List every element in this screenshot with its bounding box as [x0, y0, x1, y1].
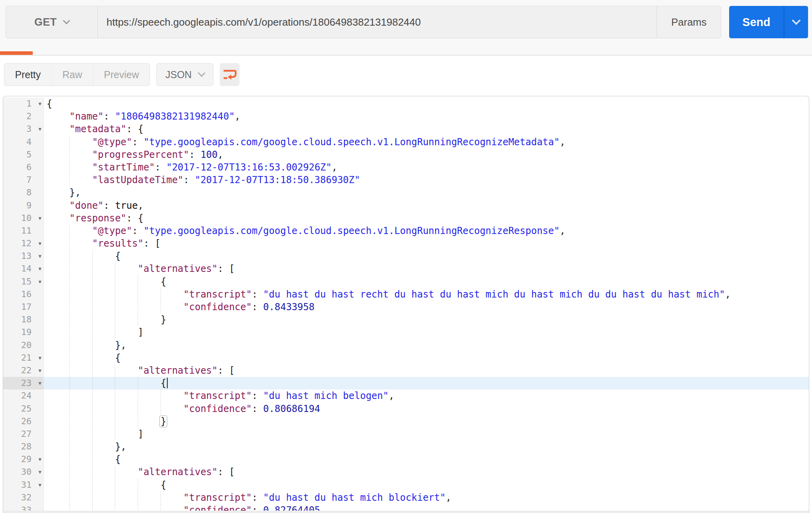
fold-toggle-icon[interactable]: ▾ [38, 364, 41, 377]
code-line-content[interactable]: }, [44, 339, 809, 352]
indent-guide [69, 174, 70, 186]
code-line-content[interactable]: "lastUpdateTime": "2017-12-07T13:18:50.3… [44, 174, 809, 186]
line-number: 9 [3, 199, 44, 212]
fold-toggle-icon[interactable]: ▾ [38, 352, 41, 364]
code-line: 1▾{ [3, 97, 809, 110]
code-line-content[interactable]: "done": true, [44, 199, 809, 212]
code-line-content[interactable]: "results": [ [44, 237, 809, 250]
json-token: , [218, 149, 223, 160]
code-line-content[interactable]: ] [44, 326, 809, 339]
line-number: 10▾ [3, 212, 44, 225]
fold-toggle-icon[interactable]: ▾ [38, 97, 41, 110]
indent-guide [92, 491, 93, 504]
format-label: JSON [165, 69, 192, 81]
json-token: } [159, 416, 167, 427]
tab-preview[interactable]: Preview [93, 64, 150, 86]
indent-guide [69, 364, 70, 377]
code-line-content[interactable]: "progressPercent": 100, [44, 148, 809, 161]
indent-guide [92, 389, 93, 402]
code-line-content[interactable]: "confidence": 0.80686194 [44, 403, 809, 415]
indent-guide [138, 288, 138, 301]
json-token: "results" [92, 238, 144, 249]
params-button[interactable]: Params [657, 6, 721, 38]
code-line-content[interactable]: { [44, 377, 809, 389]
code-line: 26} [3, 415, 809, 428]
send-label[interactable]: Send [729, 6, 784, 38]
json-token: }, [69, 187, 81, 198]
indent-guide [92, 301, 93, 313]
horizontal-scrollbar[interactable] [3, 511, 809, 513]
code-line-content[interactable]: "@type": "type.googleapis.com/google.clo… [44, 225, 809, 237]
chevron-down-icon [198, 69, 206, 77]
json-token: : [ [217, 466, 234, 477]
fold-toggle-icon[interactable]: ▾ [38, 466, 41, 478]
code-line-content[interactable]: }, [44, 186, 809, 199]
indent-guide [92, 479, 93, 491]
indent-guide [69, 389, 70, 402]
code-line-content[interactable]: "alternatives": [ [44, 364, 809, 377]
code-line-content[interactable]: "startTime": "2017-12-07T13:16:53.002926… [44, 161, 809, 174]
method-dropdown[interactable]: GET [6, 6, 98, 38]
fold-toggle-icon[interactable]: ▾ [38, 275, 41, 288]
code-line-content[interactable]: "metadata": { [44, 123, 809, 135]
code-line-content[interactable]: "transcript": "du hast du hast recht du … [44, 288, 809, 301]
wrap-text-button[interactable] [220, 63, 239, 86]
code-line-content[interactable]: { [44, 250, 809, 262]
line-number: 3▾ [3, 123, 44, 135]
indent-guide [92, 262, 93, 275]
fold-toggle-icon[interactable]: ▾ [38, 250, 41, 262]
code-line-content[interactable]: { [44, 352, 809, 364]
line-number: 22▾ [3, 364, 44, 377]
indent-guide [161, 403, 161, 415]
json-token: { [161, 479, 166, 491]
fold-toggle-icon[interactable]: ▾ [38, 212, 41, 225]
fold-toggle-icon[interactable]: ▾ [38, 453, 41, 466]
code-line: 18} [3, 313, 809, 326]
code-line-content[interactable]: { [44, 479, 809, 491]
code-line-content[interactable]: "alternatives": [ [44, 466, 809, 478]
code-line-content[interactable]: "confidence": 0.8433958 [44, 301, 809, 313]
indent-guide [115, 415, 115, 428]
line-number: 7 [3, 174, 44, 186]
code-line-content[interactable]: "name": "1806498382131982440", [44, 110, 809, 123]
tab-raw[interactable]: Raw [51, 64, 93, 86]
line-number: 31▾ [3, 479, 44, 491]
code-line: 13▾{ [3, 250, 809, 262]
line-number: 32 [3, 491, 44, 504]
json-token: : [ [217, 263, 234, 274]
code-line-content[interactable]: "response": { [44, 212, 809, 225]
code-line-content[interactable]: "transcript": "du hast mich belogen", [44, 389, 809, 402]
json-token: : { [126, 213, 143, 224]
code-line-content[interactable]: "transcript": "du hast du hast mich bloc… [44, 491, 809, 504]
code-line-content[interactable]: ] [44, 428, 809, 440]
code-line-content[interactable]: { [44, 97, 809, 110]
code-line: 16"transcript": "du hast du hast recht d… [3, 288, 809, 301]
code-line-content[interactable]: }, [44, 440, 809, 453]
json-token: "du hast du hast recht du hast du hast m… [263, 289, 725, 300]
code-line-content[interactable]: "@type": "type.googleapis.com/google.clo… [44, 136, 809, 148]
fold-toggle-icon[interactable]: ▾ [38, 237, 41, 250]
json-token: 0.8433958 [263, 301, 314, 313]
format-dropdown[interactable]: JSON [156, 63, 213, 86]
fold-toggle-icon[interactable]: ▾ [38, 262, 41, 275]
send-options-button[interactable] [784, 6, 808, 38]
json-token: }, [115, 340, 126, 351]
code-line-content[interactable]: } [44, 313, 809, 326]
json-token: : [132, 137, 144, 148]
indent-guide [138, 415, 138, 428]
code-line-content[interactable]: "alternatives": [ [44, 262, 809, 275]
line-number: 21▾ [3, 352, 44, 364]
fold-toggle-icon[interactable]: ▾ [38, 377, 41, 389]
tab-pretty[interactable]: Pretty [4, 64, 51, 86]
fold-toggle-icon[interactable]: ▾ [38, 479, 41, 491]
json-token: : [252, 289, 263, 300]
code-line-content[interactable]: { [44, 275, 809, 288]
indent-guide [115, 313, 115, 326]
code-line-content[interactable]: } [44, 415, 809, 428]
fold-toggle-icon[interactable]: ▾ [38, 123, 41, 135]
url-input[interactable] [98, 6, 657, 38]
code-line-content[interactable]: { [44, 453, 809, 466]
response-body-editor[interactable]: 1▾{2"name": "1806498382131982440",3▾"met… [3, 96, 809, 513]
send-button[interactable]: Send [729, 6, 808, 38]
json-token: , [559, 137, 565, 148]
